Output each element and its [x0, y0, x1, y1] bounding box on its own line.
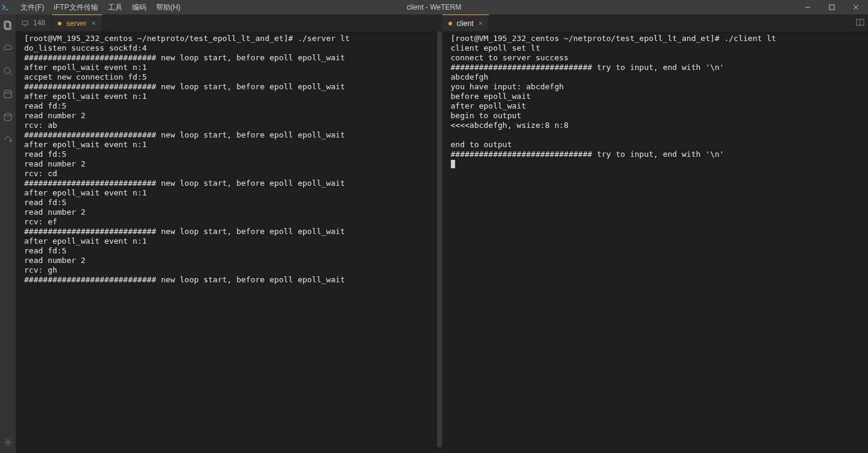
bookmark-icon[interactable]: [1, 87, 15, 101]
menu-transfer[interactable]: iFTP文件传输: [49, 0, 102, 14]
menu-file[interactable]: 文件(F): [16, 0, 49, 14]
terminal-right[interactable]: [root@VM_195_232_centos ~/netproto/test_…: [442, 31, 869, 453]
activity-bar: [0, 14, 16, 453]
tab-label: 148: [33, 19, 45, 27]
app-icon: [0, 0, 11, 14]
window-title: client - WeTERM: [407, 3, 461, 11]
menu-help[interactable]: 帮助(H): [151, 0, 186, 14]
tab-label: server: [66, 19, 86, 28]
minimize-button[interactable]: [796, 0, 820, 14]
tabbar-left: 148 server ×: [16, 14, 442, 31]
menu-bar: 文件(F) iFTP文件传输 工具 编码 帮助(H): [11, 0, 185, 14]
tabbar-right: client ×: [442, 14, 869, 31]
terminal-output: [root@VM_195_232_centos ~/netproto/test_…: [24, 34, 438, 285]
svg-line-7: [10, 73, 12, 75]
menu-tools[interactable]: 工具: [103, 0, 127, 14]
search-icon[interactable]: [1, 64, 15, 78]
split-panes: 148 server × [root@VM_195_232_centos ~/n…: [16, 14, 868, 453]
settings-icon[interactable]: [1, 435, 15, 449]
database-icon[interactable]: [1, 110, 15, 124]
svg-point-11: [7, 441, 10, 444]
maximize-button[interactable]: [820, 0, 844, 14]
svg-rect-1: [829, 5, 834, 10]
cursor: [451, 160, 455, 168]
pane-right: client × [root@VM_195_232_centos ~/netpr…: [442, 14, 869, 453]
main-area: 148 server × [root@VM_195_232_centos ~/n…: [0, 14, 868, 453]
scrollbar[interactable]: [436, 31, 442, 453]
close-icon[interactable]: ×: [91, 19, 96, 28]
pane-left: 148 server × [root@VM_195_232_centos ~/n…: [16, 14, 442, 453]
terminal-left[interactable]: [root@VM_195_232_centos ~/netproto/test_…: [16, 31, 442, 453]
split-layout-icon[interactable]: [856, 18, 864, 28]
svg-point-10: [4, 113, 11, 116]
svg-rect-8: [4, 90, 11, 98]
title-bar: 文件(F) iFTP文件传输 工具 编码 帮助(H) client - WeTE…: [0, 0, 868, 14]
tab-server[interactable]: server ×: [52, 14, 102, 31]
svg-point-6: [4, 68, 10, 74]
tab-client[interactable]: client ×: [442, 14, 490, 31]
scroll-thumb[interactable]: [437, 31, 442, 448]
refresh-icon[interactable]: [1, 133, 15, 147]
status-dot-icon: [448, 22, 452, 25]
cloud-icon[interactable]: [1, 41, 15, 55]
tabbar-right-icons: [856, 14, 868, 31]
menu-encoding[interactable]: 编码: [127, 0, 151, 14]
status-dot-icon: [58, 22, 61, 25]
explorer-icon[interactable]: [1, 18, 15, 33]
close-icon[interactable]: ×: [479, 19, 483, 28]
terminal-output: [root@VM_195_232_centos ~/netproto/test_…: [451, 34, 865, 169]
window-controls: [796, 0, 868, 14]
svg-rect-12: [22, 21, 28, 25]
close-button[interactable]: [844, 0, 868, 14]
tab-148[interactable]: 148: [16, 14, 52, 31]
tab-label: client: [457, 19, 474, 28]
host-icon: [22, 20, 28, 27]
